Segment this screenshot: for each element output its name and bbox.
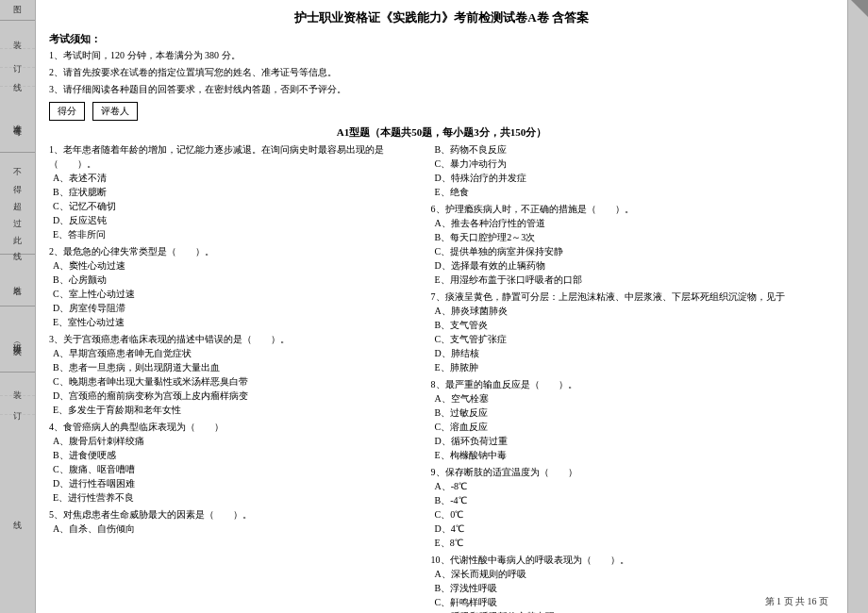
q2-optA: A、窦性心动过速 [49,258,422,273]
q5-optA: A、自杀、自伤倾向 [49,522,422,536]
q3-optC: C、晚期患者呻出现大量黏性或米汤样恶臭白带 [49,374,422,389]
q2-text: 2、最危急的心律失常类型是（ ）。 [49,246,214,257]
notice-header: 考试须知： [49,32,834,46]
q8-optA: A、空气栓塞 [431,391,834,406]
sidebar-zhuang: 装 [0,21,35,49]
q3-optD: D、宫颈癌的瘤前病变称为宫颈上皮内瘤样病变 [49,389,422,403]
q10-text: 10、代谢性酸中毒病人的呼吸表现为（ ）。 [431,555,629,565]
type-header: A1型题（本题共50题，每小题3分，共150分） [49,125,834,140]
q5-continuation: B、药物不良反应 C、暴力冲动行为 D、特殊治疗的并发症 E、绝食 [431,142,834,199]
question-1: 1、老年患者随着年龄的增加，记忆能力逐步减退。在询问病史时最容易出现的是（ ）。… [49,142,422,241]
q5-text: 5、对焦虑患者生命威胁最大的因素是（ ）。 [49,509,252,520]
fold-triangle [851,0,868,17]
notice-item-3: 3、请仔细阅读各种题目的回答要求，在密封线内答题，否则不予评分。 [49,82,834,97]
sidebar-labels: 装 订 线 准考证号 不 得 超 过 此 [0,21,35,613]
page-footer: 第 1 页 共 16 页 [765,595,829,608]
page-container: 图 装 订 线 准考证号 不 得 超 [0,0,868,613]
fen-button[interactable]: 得分 [49,102,85,121]
q9-optE: E、8℃ [431,536,834,550]
sidebar-banji: 班级（班次） [0,306,35,373]
q10-optD: D、呼吸和呼吸暂停交替出现 [431,609,834,613]
sidebar-bottom: 装 订 线 [0,373,35,613]
q4-text: 4、食管癌病人的典型临床表现为（ ） [49,422,224,432]
q9-optD: D、4℃ [431,522,834,536]
question-6: 6、护理瘾疾病人时，不正确的措施是（ ）。 A、推去各种治疗性的管道 B、每天口… [431,202,834,287]
question-9: 9、保存断肢的适宜温度为（ ） A、-8℃ B、-4℃ C、0℃ D、4℃ E、… [431,465,834,550]
q10-optA: A、深长而规则的呼吸 [431,567,834,581]
q2-optD: D、房室传导阻滞 [49,301,422,315]
notice-item-2: 2、请首先按要求在试卷的指定位置填写您的姓名、准考证号等信息。 [49,65,834,80]
q7-optE: E、肺脓肿 [431,360,834,374]
q4-optB: B、进食便哽感 [49,448,422,462]
q7-optD: D、肺结核 [431,346,834,360]
right-column: B、药物不良反应 C、暴力冲动行为 D、特殊治疗的并发症 E、绝食 6、护理瘾疾… [431,142,834,613]
q7-optA: A、肺炎球菌肺炎 [431,304,834,318]
q4-optA: A、腹骨后针刺样绞痛 [49,434,422,448]
question-3: 3、关于宫颈癌患者临床表现的描述中错误的是（ ）。 A、早期宫颈癌患者呻无自觉症… [49,332,422,417]
q1-optD: D、反应迟钝 [49,213,422,227]
q3-optA: A、早期宫颈癌患者呻无自觉症状 [49,346,422,360]
top-icon-label: 图 [13,4,22,16]
q5-optB: B、药物不良反应 [431,142,834,157]
sidebar-xian2: 线 [0,238,35,255]
question-4: 4、食管癌病人的典型临床表现为（ ） A、腹骨后针刺样绞痛 B、进食便哽感 C、… [49,420,422,505]
q5-optC: C、暴力冲动行为 [431,157,834,171]
q3-optE: E、多发生于育龄期和老年女性 [49,403,422,417]
q6-text: 6、护理瘾疾病人时，不正确的措施是（ ）。 [431,204,634,214]
q6-optB: B、每天口腔护理2～3次 [431,230,834,244]
sidebar-de: 得 [0,170,35,187]
q8-text: 8、最严重的输血反应是（ ）。 [431,379,577,389]
left-sidebar: 图 装 订 线 准考证号 不 得 超 [0,0,36,613]
q5-optE: E、绝食 [431,185,834,199]
question-7: 7、痰液呈黄色，静置可分层：上层泡沫粘液、中层浆液、下层坏死组织沉淀物，见于 A… [431,290,834,374]
q2-optE: E、室性心动过速 [49,315,422,329]
question-2: 2、最危急的心律失常类型是（ ）。 A、窦性心动过速 B、心房颤动 C、室上性心… [49,244,422,329]
q3-optB: B、患者一旦患病，则出现阴道大量出血 [49,360,422,374]
q4-optD: D、进行性吞咽困难 [49,476,422,490]
q7-text: 7、痰液呈黄色，静置可分层：上层泡沫粘液、中层浆液、下层坏死组织沉淀物，见于 [431,291,785,302]
right-panel [847,0,868,613]
sidebar-xingming: 姓名 [0,255,35,306]
sidebar-guo: 过 [0,204,35,221]
q6-optD: D、选择最有效的止辆药物 [431,258,834,273]
question-5: 5、对焦虑患者生命威胁最大的因素是（ ）。 A、自杀、自伤倾向 [49,507,422,536]
sidebar-ding: 订 [0,49,35,68]
q2-optB: B、心房颤动 [49,273,422,287]
question-8: 8、最严重的输血反应是（ ）。 A、空气栓塞 B、过敏反应 C、溶血反应 D、循… [431,377,834,462]
q9-optA: A、-8℃ [431,479,834,493]
questions-area: 1、老年患者随着年龄的增加，记忆能力逐步减退。在询问病史时最容易出现的是（ ）。… [49,142,834,613]
sidebar-zhunkaozheng: 准考证号 [0,87,35,153]
q1-text: 1、老年患者随着年龄的增加，记忆能力逐步减退。在询问病史时最容易出现的是（ ）。 [49,144,384,169]
q5-optD: D、特殊治疗的并发症 [431,171,834,185]
q3-text: 3、关于宫颈癌患者临床表现的描述中错误的是（ ）。 [49,334,290,344]
q4-optC: C、腹痛、呕音嘈嘈 [49,462,422,476]
q6-optC: C、提供单独的病室并保持安静 [431,244,834,258]
left-column: 1、老年患者随着年龄的增加，记忆能力逐步减退。在询问病史时最容易出现的是（ ）。… [49,142,422,613]
q9-text: 9、保存断肢的适宜温度为（ ） [431,467,577,477]
sidebar-xian1: 线 [0,68,35,87]
doc-title: 护士职业资格证《实践能力》考前检测试卷A卷 含答案 [49,9,834,26]
sidebar-bu: 不 [0,153,35,170]
q1-optC: C、记忆不确切 [49,199,422,213]
q7-optC: C、支气管扩张症 [431,332,834,346]
q8-optD: D、循环负荷过重 [431,434,834,448]
q1-optA: A、表述不清 [49,171,422,185]
scoring-bar: 得分 评卷人 [49,102,834,121]
q4-optE: E、进行性营养不良 [49,490,422,505]
q8-optB: B、过敏反应 [431,406,834,420]
q10-optB: B、浮浅性呼吸 [431,581,834,595]
q6-optE: E、用湿纱布盖于张口呼吸者的口部 [431,273,834,287]
sidebar-ci: 此 [0,221,35,238]
q2-optC: C、室上性心动过速 [49,287,422,301]
sidebar-chao: 超 [0,187,35,204]
top-icon-area: 图 [0,0,35,21]
q6-optA: A、推去各种治疗性的管道 [431,216,834,230]
q8-optC: C、溶血反应 [431,420,834,434]
corner-fold [851,0,868,17]
q8-optE: E、枸橼酸钠中毒 [431,448,834,462]
main-document: 护士职业资格证《实践能力》考前检测试卷A卷 含答案 考试须知： 1、考试时间，1… [36,0,847,613]
q1-optB: B、症状臆断 [49,185,422,199]
q9-optC: C、0℃ [431,507,834,522]
ping-button[interactable]: 评卷人 [92,102,138,121]
notice-item-1: 1、考试时间，120 分钟，本卷满分为 380 分。 [49,48,834,63]
